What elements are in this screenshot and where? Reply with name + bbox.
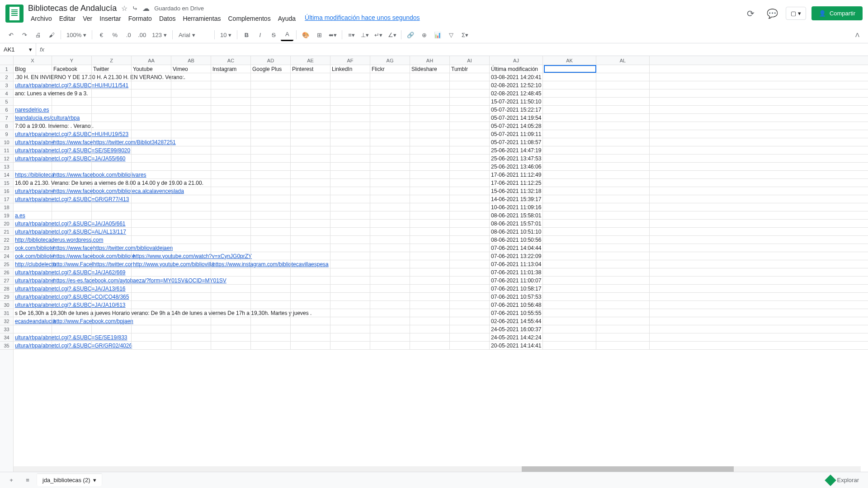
cell[interactable] [450,228,490,235]
cell[interactable] [291,260,330,268]
cell[interactable] [370,325,410,333]
menu-tools[interactable]: Herramientas [180,14,223,23]
activity-icon[interactable]: ⟳ [742,5,759,22]
cell[interactable]: https://es-es.facebook.com/aytobaeza/?fo… [52,277,92,284]
cell[interactable] [543,268,596,276]
cell[interactable] [330,211,370,219]
cell[interactable] [450,260,490,268]
cell[interactable] [211,195,251,203]
cell[interactable] [132,228,171,235]
cell[interactable] [596,81,650,89]
cell[interactable] [52,73,92,81]
cell[interactable] [450,163,490,170]
cell[interactable] [370,236,410,244]
cell[interactable] [251,268,291,276]
cell[interactable] [171,309,211,317]
link-button[interactable]: 🔗 [404,28,417,41]
cell[interactable] [543,342,596,349]
cell[interactable] [410,195,450,203]
italic-button[interactable]: I [254,28,266,41]
cell[interactable] [92,81,132,89]
cell[interactable] [291,285,330,292]
cell[interactable] [370,203,410,211]
cell[interactable] [543,171,596,178]
cell[interactable]: Slideshare [410,65,450,73]
cell[interactable] [450,236,490,244]
column-header[interactable]: AF [330,56,370,65]
cell[interactable] [211,122,251,130]
cell[interactable]: ultura/rbpa/abnetcl.cgi?.&SUBC=GR/GR02/4… [14,342,52,349]
cell[interactable] [410,114,450,122]
cell[interactable] [251,317,291,325]
cell[interactable] [132,81,171,89]
row-header[interactable]: 6 [0,106,13,114]
cell[interactable] [251,228,291,235]
cell[interactable] [171,333,211,341]
cell[interactable] [596,325,650,333]
cell[interactable] [211,171,251,178]
row-header[interactable]: 31 [0,309,13,317]
cell[interactable] [14,203,52,211]
percent-button[interactable]: % [108,28,121,41]
print-button[interactable]: 🖨 [32,28,44,41]
cell[interactable] [450,268,490,276]
column-header[interactable]: AC [211,56,251,65]
cell[interactable] [450,73,490,81]
cell[interactable] [330,138,370,146]
cell[interactable] [450,179,490,187]
cell[interactable] [450,244,490,252]
cell[interactable] [52,146,92,154]
cell[interactable] [450,325,490,333]
row-header[interactable]: 25 [0,260,13,268]
cell[interactable] [291,163,330,170]
cell[interactable] [410,146,450,154]
cell[interactable] [211,203,251,211]
cell[interactable]: Tumblr [450,65,490,73]
cell[interactable]: 05-07-2021 11:08:57 [490,138,543,146]
menu-format[interactable]: Formato [126,14,155,23]
cell[interactable] [92,171,132,178]
cell[interactable] [330,89,370,97]
cell[interactable] [543,260,596,268]
cell[interactable] [211,317,251,325]
cell[interactable] [171,268,211,276]
cell[interactable]: https://www.facebook.com/bibliote [52,252,92,260]
cell[interactable] [450,309,490,317]
cell[interactable] [132,268,171,276]
cell[interactable] [450,122,490,130]
merge-button[interactable]: ⬌▾ [326,28,339,41]
cell[interactable] [132,155,171,162]
cell[interactable] [410,98,450,105]
cell[interactable]: Vimeo [171,65,211,73]
cell[interactable] [14,163,52,170]
cell[interactable] [132,122,171,130]
cell[interactable]: 20-05-2021 14:14:41 [490,342,543,349]
cell[interactable] [291,252,330,260]
cell[interactable]: ultura/rbpa/abne [14,138,52,146]
cell[interactable]: Instagram [211,65,251,73]
cell[interactable] [450,81,490,89]
cell[interactable] [211,187,251,195]
cell[interactable]: ultura/rbpa/abnetcl.cgi?.&SUBC=SE/SE19/8… [14,333,52,341]
cell[interactable] [251,122,291,130]
star-icon[interactable]: ☆ [121,4,127,13]
cell[interactable] [211,252,251,260]
cell[interactable] [211,146,251,154]
row-header[interactable]: 32 [0,317,13,325]
cell[interactable]: 07-06-2021 10:57:53 [490,293,543,300]
cell[interactable] [171,89,211,97]
cell[interactable] [370,285,410,292]
chart-button[interactable]: 📊 [431,28,444,41]
cell[interactable] [132,138,171,146]
cell[interactable] [410,309,450,317]
cell[interactable]: Youtube [132,65,171,73]
cell[interactable] [370,317,410,325]
cell[interactable] [330,130,370,138]
strike-button[interactable]: S [267,28,280,41]
cell[interactable] [543,244,596,252]
row-header[interactable]: 34 [0,333,13,342]
cell[interactable]: 25-06-2021 13:47:53 [490,155,543,162]
cell[interactable] [52,220,92,227]
cell[interactable] [596,187,650,195]
cell[interactable] [132,130,171,138]
